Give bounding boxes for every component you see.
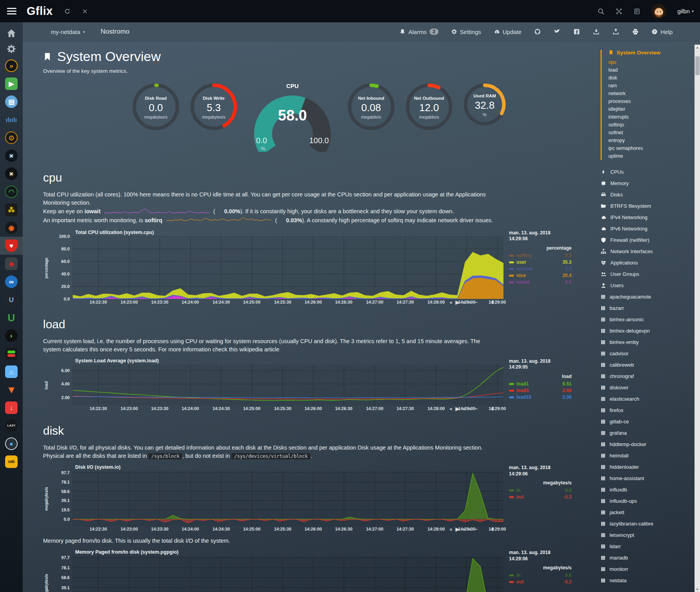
sidebar-app-apacheguacamole[interactable]: apacheguacamole bbox=[601, 291, 691, 302]
plex-icon[interactable]: » bbox=[0, 57, 23, 75]
home-icon[interactable] bbox=[0, 25, 23, 41]
sidebar-item-idlejitter[interactable]: idlejitter bbox=[608, 105, 691, 113]
alarms-button[interactable]: Alarms 2 bbox=[399, 29, 438, 35]
facebook-icon[interactable] bbox=[573, 28, 580, 35]
sidebar-item-uptime[interactable]: uptime bbox=[608, 152, 691, 160]
node-graph-icon[interactable]: ⁂ bbox=[0, 201, 23, 219]
hamburger-icon[interactable] bbox=[7, 8, 16, 14]
sidebar-item-network[interactable]: network bbox=[608, 90, 691, 97]
sidebar-item-ipc-semaphores[interactable]: ipc semaphores bbox=[608, 144, 691, 152]
avatar[interactable] bbox=[651, 4, 666, 19]
sidebar-section-firewall-netfilter-[interactable]: Firewall (netfilter) bbox=[601, 234, 691, 246]
sidebar-item-cpu[interactable]: cpu bbox=[608, 58, 691, 66]
page-scrollbar[interactable]: ▲ ▼ bbox=[695, 45, 700, 592]
sidebar-app-lazylibrarian-calibre[interactable]: lazylibrarian-calibre bbox=[601, 518, 691, 529]
sidebar-app-binhex-emby[interactable]: binhex-emby bbox=[601, 336, 691, 348]
gitlab-icon[interactable]: ▼ bbox=[0, 381, 23, 399]
monitorr-icon[interactable] bbox=[0, 345, 23, 363]
sidebar-section-ipv4-networking[interactable]: IPv4 Networking bbox=[601, 212, 691, 223]
chart-resize-handle[interactable]: ⇕ bbox=[491, 526, 495, 532]
gauge-disk-write[interactable]: Disk Write 5.3 megabytes/s bbox=[189, 83, 238, 133]
sidebar-app-lidarr[interactable]: lidarr bbox=[601, 541, 691, 552]
sidebar-app-netdata[interactable]: netdata bbox=[601, 575, 691, 586]
gauge-used-ram[interactable]: Used RAM 32.8 % bbox=[463, 83, 507, 128]
gauge-cpu[interactable]: CPU 58.0 0.0 100.0 % bbox=[247, 83, 337, 153]
legend-out[interactable]: out-5.3 bbox=[509, 494, 572, 500]
cpu-chart[interactable]: percentage 0.020.040.060.080.0100.0 Tota… bbox=[43, 230, 595, 306]
sidebar-item-entropy[interactable]: entropy bbox=[608, 137, 691, 144]
netdata-shield-icon[interactable]: ♥ bbox=[0, 237, 23, 255]
sidebar-item-interrupts[interactable]: interrupts bbox=[608, 113, 691, 121]
sidebar-app-gitlab-ce[interactable]: gitlab-ce bbox=[601, 416, 691, 427]
sidebar-section-applications[interactable]: Applications bbox=[601, 257, 691, 268]
chronograf-swirl-icon[interactable]: ◉ bbox=[0, 219, 23, 237]
reader-icon[interactable] bbox=[633, 8, 640, 15]
chart-plot[interactable] bbox=[73, 471, 503, 526]
sidebar-section-cpus[interactable]: CPUs bbox=[601, 166, 691, 178]
sidebar-section-btrfs-filesystem[interactable]: BTRFS filesystem bbox=[601, 200, 691, 212]
sidebar-item-softirqs[interactable]: softirqs bbox=[608, 121, 691, 129]
legend-softirq[interactable]: softirq0.0 bbox=[509, 252, 572, 259]
sidebar-item-disk[interactable]: disk bbox=[608, 74, 691, 82]
airsonic-waveform-icon[interactable]: ılıılı bbox=[0, 111, 23, 129]
gauge-net-outbound[interactable]: Net Outbound 12.0 megabits/s bbox=[405, 83, 453, 133]
memory-paged-chart[interactable]: megabytes/s 0.019.539.158.678.197.7 Memo… bbox=[43, 550, 595, 592]
sidebar-item-processes[interactable]: processes bbox=[608, 97, 691, 105]
help-button[interactable]: ? Help bbox=[651, 29, 673, 35]
search-icon[interactable] bbox=[597, 8, 604, 15]
sidebar-section-ipv6-networking[interactable]: IPv6 Networking bbox=[601, 223, 691, 234]
sidebar-app-bazarr[interactable]: bazarr bbox=[601, 302, 691, 314]
sidebar-app-binhex-delugevpn[interactable]: binhex-delugevpn bbox=[601, 325, 691, 336]
legend-load1[interactable]: load16.51 bbox=[509, 381, 572, 387]
legend-iowait[interactable]: iowait0.0 bbox=[509, 279, 572, 286]
emby-icon[interactable]: ▶ bbox=[0, 75, 23, 93]
disk-io-chart[interactable]: megabytes/s 0.019.539.158.678.197.7 Disk… bbox=[43, 465, 595, 533]
sidebar-app-jackett[interactable]: jackett bbox=[601, 507, 691, 518]
gauge-net-inbound[interactable]: Net Inbound 0.08 megabits/s bbox=[347, 83, 395, 133]
load-chart[interactable]: load 2.004.006.00 System Load Average (s… bbox=[43, 358, 595, 412]
chart-plot[interactable] bbox=[73, 365, 503, 405]
calibreweb-icon[interactable]: ▤ bbox=[0, 93, 23, 111]
deluge-icon[interactable]: ◠ bbox=[0, 183, 23, 201]
sidebar-app-influxdb[interactable]: influxdb bbox=[601, 484, 691, 495]
sidebar-item-ram[interactable]: ram bbox=[608, 82, 691, 90]
expand-icon[interactable] bbox=[615, 8, 622, 15]
legend-in[interactable]: in0.0 bbox=[509, 572, 572, 579]
sidebar-app-binhex-airsonic[interactable]: binhex-airsonic bbox=[601, 314, 691, 325]
sidebar-app-letsencrypt[interactable]: letsencrypt bbox=[601, 529, 691, 541]
chart-toolbar[interactable]: «▶»+− bbox=[448, 299, 479, 305]
scroll-up-arrow[interactable]: ▲ bbox=[696, 45, 699, 50]
sidebar-item-load[interactable]: load bbox=[608, 66, 691, 74]
refresh-icon[interactable] bbox=[64, 8, 71, 15]
sidebar-app-firefox[interactable]: firefox bbox=[601, 405, 691, 416]
lazylibrarian-icon[interactable]: LAZY bbox=[0, 417, 23, 435]
sidebar-app-diskover[interactable]: diskover bbox=[601, 382, 691, 393]
upload-icon[interactable] bbox=[612, 28, 619, 35]
gauge-disk-read[interactable]: Disk Read 0.0 megabytes/s bbox=[132, 83, 180, 133]
chart-plot[interactable] bbox=[73, 556, 503, 592]
x-blue-app-icon[interactable]: × bbox=[0, 147, 23, 165]
update-button[interactable]: Update bbox=[494, 29, 521, 35]
chart-resize-handle[interactable]: ⇕ bbox=[491, 406, 495, 412]
sidebar-section-network-interfaces[interactable]: Network Interfaces bbox=[601, 246, 691, 257]
jackett-icon[interactable]: ⊙ bbox=[0, 129, 23, 147]
home-assistant-icon[interactable]: ⌂ bbox=[0, 363, 23, 381]
platter-app-icon[interactable]: ◗ bbox=[0, 327, 23, 345]
nextcloud-icon[interactable]: ∞ bbox=[0, 273, 23, 291]
legend-in[interactable]: in0.0 bbox=[509, 487, 572, 494]
droplet-app-icon[interactable]: ● bbox=[0, 435, 23, 453]
print-icon[interactable] bbox=[632, 28, 639, 35]
server-dropdown[interactable]: my-netdata▾ bbox=[51, 29, 85, 35]
legend-out[interactable]: out-5.2 bbox=[509, 579, 572, 585]
sidebar-app-heimdall[interactable]: heimdall bbox=[601, 450, 691, 461]
scrollbar-thumb[interactable] bbox=[695, 56, 700, 75]
scroll-down-arrow[interactable]: ▼ bbox=[696, 587, 699, 592]
chart-plot[interactable] bbox=[73, 236, 503, 299]
sidebar-section-user-groups[interactable]: User Groups bbox=[601, 268, 691, 280]
sidebar-app-mariadb[interactable]: mariadb bbox=[601, 552, 691, 563]
sidebar-app-home-assistant[interactable]: home-assistant bbox=[601, 473, 691, 484]
sidebar-section-disks[interactable]: Disks bbox=[601, 189, 691, 200]
green-u-app-icon[interactable]: U bbox=[0, 309, 23, 327]
user-menu[interactable]: gilbn▾ bbox=[677, 8, 694, 14]
youtube-dl-icon[interactable]: ↓ bbox=[0, 399, 23, 417]
